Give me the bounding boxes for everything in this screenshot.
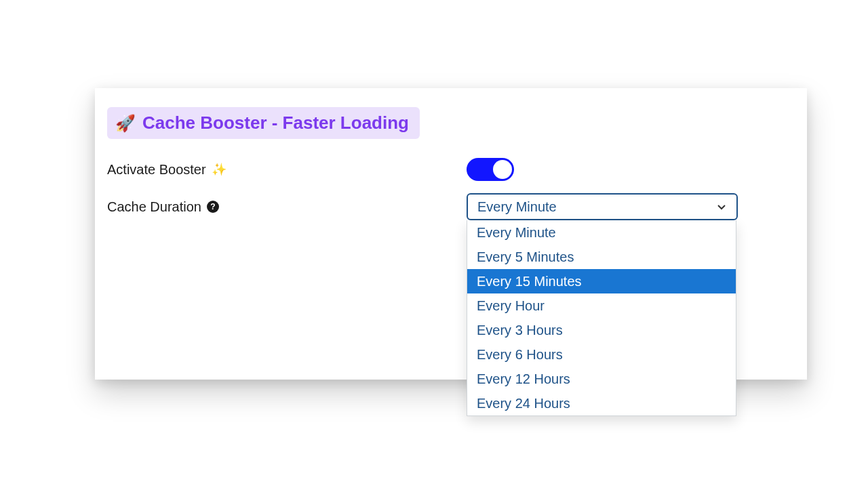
activate-label-text: Activate Booster	[107, 162, 206, 178]
section-header: 🚀 Cache Booster - Faster Loading	[107, 107, 420, 139]
chevron-down-icon	[716, 201, 727, 212]
cache-duration-select[interactable]: Every Minute	[467, 193, 738, 220]
activate-booster-row: Activate Booster ✨	[107, 158, 795, 181]
dropdown-option[interactable]: Every Minute	[467, 220, 736, 245]
dropdown-option[interactable]: Every 6 Hours	[467, 342, 736, 367]
dropdown-option[interactable]: Every 15 Minutes	[467, 269, 736, 293]
settings-panel: 🚀 Cache Booster - Faster Loading Activat…	[95, 88, 807, 380]
rocket-icon: 🚀	[115, 114, 136, 133]
dropdown-option[interactable]: Every 3 Hours	[467, 318, 736, 342]
toggle-knob	[493, 160, 512, 179]
dropdown-option[interactable]: Every 12 Hours	[467, 367, 736, 391]
cache-duration-row: Cache Duration ? Every Minute Every Minu…	[107, 193, 795, 220]
cache-duration-control: Every Minute Every MinuteEvery 5 Minutes…	[467, 193, 795, 220]
dropdown-option[interactable]: Every 24 Hours	[467, 391, 736, 415]
help-icon[interactable]: ?	[207, 201, 219, 213]
dropdown-option[interactable]: Every 5 Minutes	[467, 245, 736, 269]
activate-booster-label: Activate Booster ✨	[107, 162, 467, 178]
form-body: Activate Booster ✨ Cache Duration ? Ever…	[107, 158, 795, 220]
cache-duration-label: Cache Duration ?	[107, 199, 467, 215]
duration-label-text: Cache Duration	[107, 199, 201, 215]
cache-duration-dropdown[interactable]: Every MinuteEvery 5 MinutesEvery 15 Minu…	[467, 220, 736, 416]
dropdown-option[interactable]: Every Hour	[467, 293, 736, 318]
section-title-text: Cache Booster - Faster Loading	[142, 113, 409, 134]
select-current-value: Every Minute	[477, 199, 557, 215]
activate-booster-toggle[interactable]	[467, 158, 514, 181]
sparkles-icon: ✨	[212, 162, 226, 177]
activate-booster-control	[467, 158, 795, 181]
